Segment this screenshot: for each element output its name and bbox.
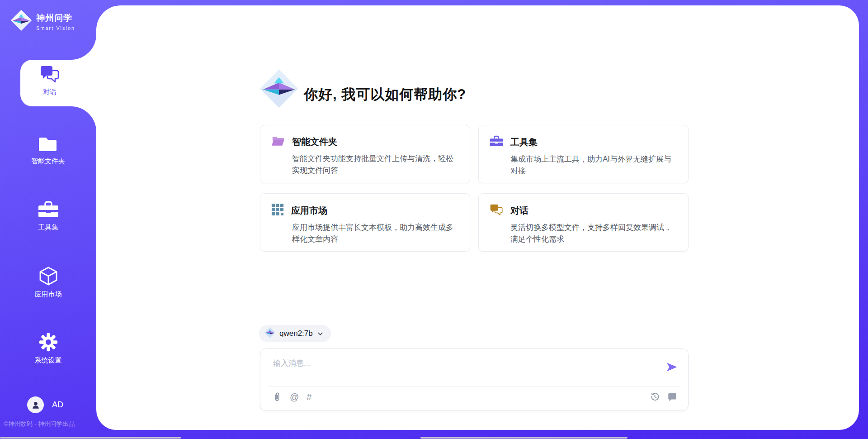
chat-icon: [490, 203, 503, 218]
hash-tag-icon[interactable]: #: [307, 391, 311, 402]
sidebar-item-label: 工具集: [0, 223, 96, 232]
hero-diamond-icon: [260, 69, 298, 110]
brand-subtitle: Smart Vision: [36, 25, 75, 31]
sidebar-item-settings[interactable]: 系统设置: [0, 332, 96, 365]
folder-open-icon: [271, 135, 285, 149]
page-title: 你好, 我可以如何帮助你?: [304, 85, 466, 104]
user-name: AD: [52, 400, 63, 410]
toolbox-icon: [38, 213, 59, 220]
tab-curve-top: [71, 34, 96, 60]
card-title: 对话: [510, 205, 528, 217]
sidebar-item-label: 系统设置: [0, 356, 96, 365]
cube-icon: [38, 280, 58, 287]
user-profile[interactable]: AD: [27, 396, 63, 413]
sidebar-item-toolset[interactable]: 工具集: [0, 200, 96, 232]
card-description: 应用市场提供丰富长文本模板，助力高效生成多样化文章内容: [292, 222, 460, 245]
composer-divider: [268, 386, 681, 387]
sidebar-item-label: 智能文件夹: [0, 157, 96, 166]
feature-card-smart-folder[interactable]: 智能文件夹 智能文件夹功能支持批量文件上传与清洗，轻松实现文件问答: [260, 125, 470, 183]
grid-icon: [271, 203, 284, 218]
history-icon[interactable]: [650, 391, 660, 402]
copyright-text: ©神州数码 · 神州问学出品: [4, 420, 75, 428]
model-diamond-icon: [264, 327, 275, 340]
brand-name: 神州问学: [36, 12, 75, 24]
at-mention-icon[interactable]: @: [290, 391, 299, 402]
toolbox-icon: [490, 135, 503, 149]
chat-icon: [40, 77, 60, 85]
card-description: 集成市场上主流工具，助力AI与外界无缝扩展与对接: [510, 153, 679, 177]
brand-diamond-icon: [11, 9, 32, 33]
feature-card-app-market[interactable]: 应用市场 应用市场提供丰富长文本模板，助力高效生成多样化文章内容: [260, 193, 470, 252]
app-root: { "brand": { "name": "神州问学", "subtitle":…: [0, 0, 868, 439]
card-title: 工具集: [510, 136, 538, 148]
message-composer: 输入消息... @ #: [260, 348, 689, 411]
sidebar-item-app-market[interactable]: 应用市场: [0, 266, 96, 299]
tab-curve-bottom: [71, 106, 96, 132]
sidebar-item-chat[interactable]: 对话: [20, 60, 97, 106]
sidebar-item-label: 对话: [25, 88, 75, 96]
comment-icon[interactable]: [667, 392, 677, 402]
model-name: qwen2:7b: [279, 329, 313, 338]
card-description: 灵活切换多模型文件，支持多样回复效果调试，满足个性化需求: [510, 222, 679, 245]
card-title: 智能文件夹: [292, 136, 337, 148]
brand-logo: 神州问学 Smart Vision: [11, 9, 75, 33]
send-icon[interactable]: [665, 361, 678, 373]
avatar[interactable]: [27, 396, 44, 413]
card-description: 智能文件夹功能支持批量文件上传与清洗，轻松实现文件问答: [292, 153, 460, 177]
horizontal-scrollbar[interactable]: [420, 437, 627, 439]
sidebar-item-smart-folder[interactable]: 智能文件夹: [0, 135, 96, 166]
chevron-down-icon: [317, 330, 324, 337]
model-selector[interactable]: qwen2:7b: [259, 325, 331, 342]
feature-card-toolset[interactable]: 工具集 集成市场上主流工具，助力AI与外界无缝扩展与对接: [478, 125, 689, 183]
paperclip-icon[interactable]: [272, 391, 282, 402]
message-input[interactable]: 输入消息...: [273, 358, 310, 368]
folder-icon: [38, 147, 59, 154]
card-title: 应用市场: [291, 205, 327, 217]
sidebar-item-label: 应用市场: [0, 290, 96, 299]
horizontal-scrollbar[interactable]: [0, 437, 181, 439]
gear-icon: [38, 346, 58, 353]
feature-card-chat[interactable]: 对话 灵活切换多模型文件，支持多样回复效果调试，满足个性化需求: [478, 193, 689, 252]
